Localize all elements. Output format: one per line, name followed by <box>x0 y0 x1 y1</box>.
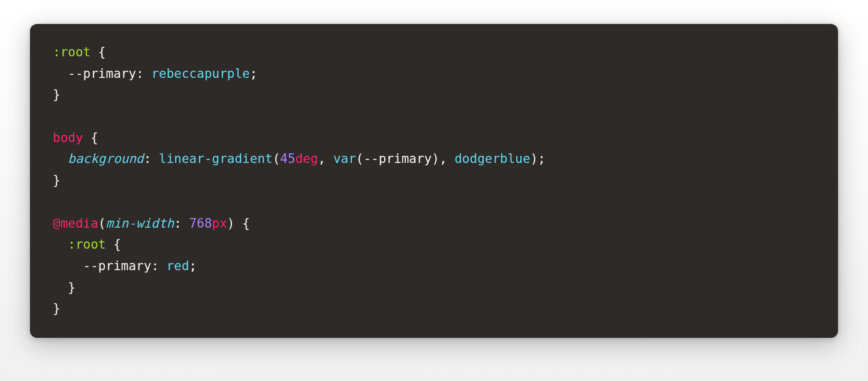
code-token: , <box>318 152 333 166</box>
code-token: --primary <box>53 66 136 81</box>
code-token: background <box>68 152 143 166</box>
code-token: ( <box>98 216 106 231</box>
code-token: } <box>53 301 61 316</box>
code-token: px <box>212 216 227 231</box>
code-token: linear-gradient <box>159 152 273 166</box>
code-token: } <box>53 280 76 295</box>
code-token: --primary <box>363 152 432 166</box>
code-token: ; <box>250 66 258 81</box>
code-token: @media <box>53 216 98 231</box>
code-token: ) { <box>227 216 250 231</box>
code-token: 45 <box>280 152 295 166</box>
code-token: :root <box>68 237 106 252</box>
code-token: { <box>83 131 98 145</box>
css-code: :root { --primary: rebeccapurple; } body… <box>53 45 545 316</box>
code-token: : <box>151 259 166 273</box>
code-token: ( <box>356 152 364 166</box>
code-token <box>53 237 68 252</box>
code-token: body <box>53 131 83 145</box>
code-token: 768 <box>189 216 212 231</box>
code-token: ); <box>531 152 545 166</box>
code-token: rebeccapurple <box>151 66 249 81</box>
code-token: ; <box>189 259 197 273</box>
code-token: dodgerblue <box>454 152 530 166</box>
code-token: ), <box>432 152 454 166</box>
code-token: : <box>174 216 189 231</box>
code-token: : <box>136 66 151 81</box>
code-token: red <box>167 259 189 273</box>
code-token: deg <box>296 152 318 166</box>
code-token: { <box>91 45 106 59</box>
code-token: } <box>53 87 61 102</box>
code-token: { <box>106 237 121 252</box>
code-block: :root { --primary: rebeccapurple; } body… <box>30 24 838 338</box>
code-token <box>53 152 68 166</box>
code-token: --primary <box>53 259 151 273</box>
code-token: min-width <box>106 216 174 231</box>
code-token: } <box>53 173 61 188</box>
code-token: :root <box>53 45 91 59</box>
code-token: var <box>333 152 356 166</box>
code-token: : <box>144 152 159 166</box>
code-token: ( <box>273 152 281 166</box>
